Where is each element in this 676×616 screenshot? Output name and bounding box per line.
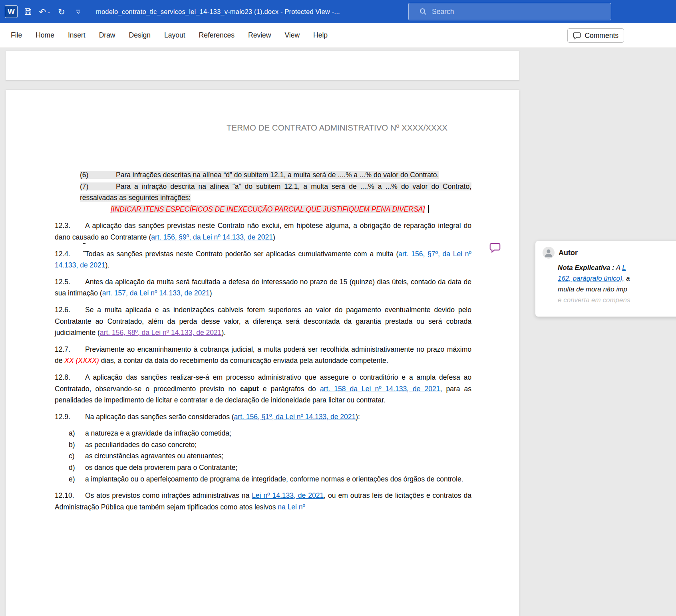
paragraph-12-6: 12.6.Se a multa aplicada e as indenizaçõ… [55,304,471,339]
list-item-d: d)os danos que dela provierem para o Con… [69,462,471,473]
comment-link-1[interactable]: L [622,264,626,271]
save-icon[interactable] [21,4,35,20]
comments-button-label: Comments [585,32,618,40]
list-item-a-letter: a) [69,428,85,439]
list-item-c-text: as circunstâncias agravantes ou atenuant… [85,452,223,460]
document-body: TERMO DE CONTRATO ADMINISTRATIVO Nº XXXX… [55,123,471,513]
tab-layout[interactable]: Layout [157,23,192,48]
ribbon: File Home Insert Draw Design Layout Refe… [0,23,676,48]
tab-draw[interactable]: Draw [92,23,122,48]
paragraph-12-4-text: Todas as sanções previstas neste Contrat… [85,250,398,258]
tab-home[interactable]: Home [29,23,61,48]
mouse-ibeam-cursor [82,243,86,252]
tab-design[interactable]: Design [122,23,157,48]
paragraph-12-10: 12.10.Os atos previstos como infrações a… [55,490,471,513]
list-item-b: b)as peculiaridades do caso concreto; [69,439,471,451]
placeholder-note-text: [INDICAR ITENS ESPECÍFICOS DE INEXECUÇÃO… [111,205,425,213]
paragraph-12-10-text: Os atos previstos como infrações adminis… [85,491,252,499]
tab-help[interactable]: Help [306,23,334,48]
list-item-b-text: as peculiaridades do caso concreto; [85,441,197,449]
law-link-14133[interactable]: Lei nº 14.133, de 2021 [252,491,324,499]
law-link-156-1[interactable]: art. 156, §1º, da Lei nº 14.133, de 2021 [234,413,356,421]
comments-button[interactable]: Comments [567,28,624,43]
paragraph-12-9-text-end: ): [356,413,360,421]
comment-fade-overlay [535,301,676,317]
search-icon [419,8,427,16]
paragraph-12-7: 12.7.Previamente ao encaminhamento à cob… [55,344,471,366]
document-page[interactable]: TERMO DE CONTRATO ADMINISTRATIVO Nº XXXX… [6,90,519,616]
paragraph-12-6-number: 12.6. [55,304,85,316]
undo-icon[interactable]: ↶ ⌄ [38,4,52,20]
comment-author-name: Autor [559,249,578,257]
search-placeholder: Search [432,8,454,16]
word-logo-letter: W [5,5,18,18]
comment-bold-label: Nota Explicativa : [558,264,614,271]
tab-references[interactable]: References [192,23,242,48]
paragraph-12-5: 12.5.Antes da aplicação da multa será fa… [55,276,471,299]
tab-file[interactable]: File [4,23,29,48]
undo-dropdown-icon: ⌄ [47,9,50,14]
comment-line-3: multa de mora não imp [558,284,676,295]
list-item-e: e)a implantação ou o aperfeiçoamento de … [69,473,471,485]
placeholder-days-red: XX (XXXX) [64,357,99,364]
tab-review[interactable]: Review [241,23,278,48]
law-link-na-lei[interactable]: na Lei nº [278,503,305,511]
paragraph-12-3: 12.3.A aplicação das sanções previstas n… [55,220,471,243]
paragraph-12-8: 12.8.A aplicação das sanções realizar-se… [55,372,471,406]
list-item-a-text: a natureza e a gravidade da infração com… [85,429,231,437]
law-link-156-9[interactable]: art. 156, §9º, da Lei nº 14.133, de 2021 [151,233,273,241]
paragraph-12-5-number: 12.5. [55,276,85,288]
paragraph-12-7-text-end: dias, a contar da data do recebimento da… [99,357,388,364]
titlebar: W ↶ ⌄ ↻ modelo_contrato_tic_servicos_lei… [0,0,676,23]
comment-body: Nota Explicativa : A L 162, parágrafo ún… [558,262,676,305]
comment-marker-icon[interactable] [489,242,501,253]
list-item-b-letter: b) [69,439,85,451]
law-link-157[interactable]: art. 157, da Lei nº 14.133, de 2021 [102,289,210,297]
paragraph-12-6-text-end: ). [222,329,226,337]
paragraph-12-4-number: 12.4. [55,248,85,260]
quick-access-toolbar: W ↶ ⌄ ↻ [0,4,85,20]
tab-view[interactable]: View [278,23,306,48]
comments-bubble-icon [573,32,581,40]
word-app-icon[interactable]: W [4,4,18,20]
list-item-e-letter: e) [69,473,85,485]
previous-page-bottom [6,51,519,80]
clause-6-number: (6) [80,169,116,181]
author-avatar-icon [543,247,555,259]
undo-glyph: ↶ [39,8,46,16]
comment-line-2-text: a [624,275,630,282]
paragraph-12-9-number: 12.9. [55,411,85,423]
paragraph-12-4-text-end: ). [105,261,110,269]
paragraph-12-10-number: 12.10. [55,490,85,501]
paragraph-12-4: 12.4.Todas as sanções previstas neste Co… [55,248,471,271]
redo-glyph: ↻ [58,8,65,16]
clause-7-text: Para a infração descrita na alínea “a” d… [80,182,471,202]
comment-link-2[interactable]: 162, parágrafo único), [558,275,624,282]
law-link-158[interactable]: art. 158 da Lei nº 14.133, de 2021 [320,385,440,393]
law-link-156-8[interactable]: art. 156, §8º, da Lei nº 14.133, de 2021 [100,329,222,337]
paragraph-12-8-number: 12.8. [55,372,85,383]
list-item-d-text: os danos que dela provierem para o Contr… [85,463,237,471]
clause-7-number: (7) [80,181,116,192]
paragraph-12-5-text-end: ) [210,289,212,297]
paragraph-12-9-text: Na aplicação das sanções serão considera… [85,413,234,421]
comment-header: Autor [543,247,676,259]
paragraph-12-8-text-mid: e parágrafos do [259,385,320,393]
list-item-c: c)as circunstâncias agravantes ou atenua… [69,450,471,462]
paragraph-12-7-number: 12.7. [55,344,85,355]
qat-customize-icon[interactable] [71,4,85,20]
list-item-a: a)a natureza e a gravidade da infração c… [69,428,471,439]
redo-icon[interactable]: ↻ [54,4,69,20]
comment-card[interactable]: Autor Nota Explicativa : A L 162, parágr… [535,241,676,317]
clause-6-text: Para infrações descritas na alínea “d” d… [116,171,439,179]
comment-line-1: Nota Explicativa : A L [558,262,676,273]
comment-line-1-text: A [614,264,622,271]
paragraph-12-3-number: 12.3. [55,220,85,232]
list-item-d-letter: d) [69,462,85,473]
document-canvas: TERMO DE CONTRATO ADMINISTRATIVO Nº XXXX… [0,48,676,616]
search-input[interactable]: Search [408,3,611,20]
tab-insert[interactable]: Insert [61,23,92,48]
document-heading: TERMO DE CONTRATO ADMINISTRATIVO Nº XXXX… [203,123,471,133]
clause-6: (6)Para infrações descritas na alínea “d… [80,169,471,181]
caput-bold-text: caput [240,385,259,393]
